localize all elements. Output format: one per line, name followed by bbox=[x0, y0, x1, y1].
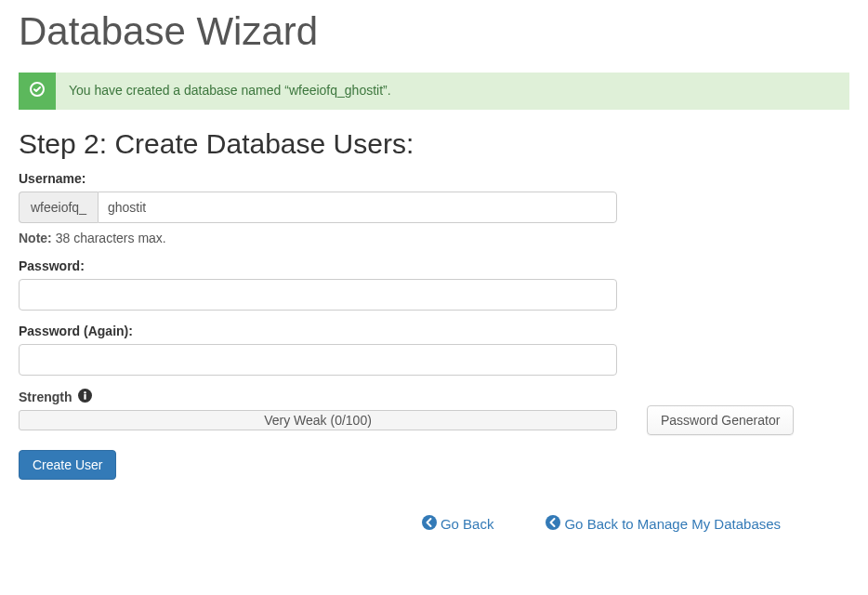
username-note: Note: 38 characters max. bbox=[19, 231, 849, 245]
strength-meter: Very Weak (0/100) bbox=[19, 410, 617, 430]
svg-point-2 bbox=[84, 391, 85, 393]
arrow-circle-left-icon bbox=[546, 515, 560, 533]
check-circle-icon bbox=[30, 82, 45, 100]
password-generator-button[interactable]: Password Generator bbox=[647, 405, 794, 435]
alert-message: You have created a database named “wfeei… bbox=[56, 73, 404, 110]
username-label: Username: bbox=[19, 171, 849, 186]
footer-links: Go Back Go Back to Manage My Databases bbox=[19, 515, 849, 533]
go-back-text: Go Back bbox=[441, 516, 494, 532]
svg-point-5 bbox=[546, 515, 560, 530]
username-prefix: wfeeiofq_ bbox=[19, 192, 98, 223]
go-back-link[interactable]: Go Back bbox=[422, 515, 494, 533]
password-input[interactable] bbox=[19, 279, 617, 311]
strength-label: Strength bbox=[19, 389, 92, 405]
username-input-group: wfeeiofq_ bbox=[19, 192, 617, 223]
page-title: Database Wizard bbox=[19, 9, 849, 54]
success-alert: You have created a database named “wfeei… bbox=[19, 73, 849, 110]
arrow-circle-left-icon bbox=[422, 515, 437, 533]
password-again-label: Password (Again): bbox=[19, 324, 849, 338]
go-back-manage-text: Go Back to Manage My Databases bbox=[564, 516, 781, 532]
info-circle-icon[interactable] bbox=[78, 389, 92, 405]
password-label: Password: bbox=[19, 258, 849, 273]
go-back-manage-link[interactable]: Go Back to Manage My Databases bbox=[546, 515, 781, 533]
note-text: 38 characters max. bbox=[52, 231, 166, 245]
step-heading: Step 2: Create Database Users: bbox=[19, 128, 849, 160]
password-again-input[interactable] bbox=[19, 344, 617, 376]
note-label: Note: bbox=[19, 231, 52, 245]
svg-point-4 bbox=[422, 515, 437, 530]
username-input[interactable] bbox=[98, 192, 617, 223]
svg-rect-3 bbox=[84, 394, 85, 400]
create-user-button[interactable]: Create User bbox=[19, 450, 116, 480]
success-icon-box bbox=[19, 73, 56, 110]
strength-label-text: Strength bbox=[19, 390, 72, 404]
